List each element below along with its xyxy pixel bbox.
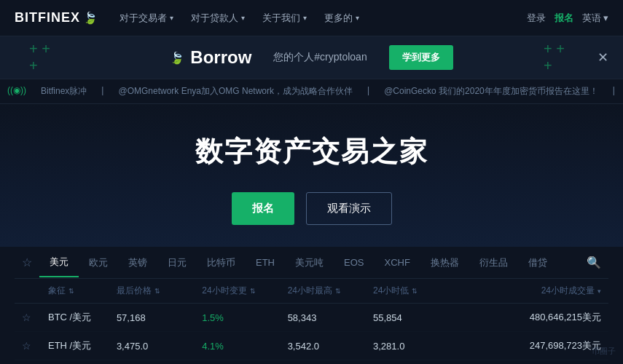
tab-gbp[interactable]: 英镑 [118,249,157,277]
register-link[interactable]: 报名 [555,12,573,25]
nav-item-traders-label: 对于交易者 [119,12,167,25]
login-link[interactable]: 登录 [527,12,546,25]
row-change-eth: 4.1% [202,341,287,352]
table-row: ☆ ETH /美元 3,475.0 4.1% 3,542.0 3,281.0 2… [15,332,608,360]
nav-item-more-label: 更多的 [324,12,353,25]
hero-section: 数字资产交易之家 报名 观看演示 [0,104,623,247]
sort-icon-active: ▾ [597,288,601,295]
language-selector[interactable]: 英语 ▾ [582,12,608,25]
sort-icon: ⇅ [335,288,341,295]
row-volume-eth: 247,698,723美元 [458,339,601,352]
row-price-eth: 3,475.0 [117,341,202,352]
decoration-plus-right: + ++ [544,41,565,74]
signup-button[interactable]: 报名 [232,192,294,225]
logo[interactable]: BITFINEX 🍃 [15,10,98,25]
nav-item-about-label: 关于我们 [262,12,300,25]
borrow-icon: 🍃 [170,51,184,65]
demo-button[interactable]: 观看演示 [306,192,392,225]
ticker-item: @CoinGecko 我们的2020年年度加密货币报告在这里！ [384,85,598,98]
close-icon[interactable]: ✕ [597,50,608,66]
header-high[interactable]: 24小时最高 ⇅ [288,285,373,297]
tab-xchf[interactable]: XCHF [374,250,420,275]
ticker-separator: | [101,85,103,98]
top-navigation: BITFINEX 🍃 对于交易者 ▾ 对于贷款人 ▾ 关于我们 ▾ 更多的 ▾ … [0,0,623,36]
tab-usd[interactable]: 美元 [39,248,79,277]
row-favorite-btc[interactable]: ☆ [22,312,48,323]
row-high-btc: 58,343 [288,312,373,323]
banner-tagline: 您的个人#cryptoloan [273,51,367,64]
header-volume-label: 24小时成交量 [541,285,595,297]
hero-title: 数字资产交易之家 [15,133,608,170]
logo-icon: 🍃 [83,11,98,25]
nav-right: 登录 报名 英语 ▾ [527,12,608,25]
decoration-plus-left: + ++ [29,41,50,74]
ticker-item: @OMGnetwork Enya加入OMG Network，成为战略合作伙伴 [118,85,353,98]
star-icon: ☆ [22,312,31,323]
nav-item-more[interactable]: 更多的 ▾ [317,7,367,29]
ticker-inner: ((◉)) Bitfinex脉冲 | @OMGnetwork Enya加入OMG… [7,85,616,98]
row-price-btc: 57,168 [117,312,202,323]
sort-icon: ⇅ [68,288,74,295]
ticker-pulse: ((◉)) [7,85,26,98]
row-change-btc: 1.5% [202,312,287,323]
promo-banner: + ++ 🍃 Borrow 您的个人#cryptoloan 学到更多 + ++ … [0,36,623,79]
row-symbol-btc[interactable]: BTC /美元 [48,311,117,324]
tab-usdt[interactable]: 美元吨 [285,249,334,277]
header-price[interactable]: 最后价格 ⇅ [117,285,202,297]
news-ticker: ((◉)) Bitfinex脉冲 | @OMGnetwork Enya加入OMG… [0,79,623,104]
header-price-label: 最后价格 [117,285,152,297]
watermark: 币圈子 [592,346,616,357]
sort-icon: ⇅ [154,288,160,295]
chevron-down-icon: ▾ [241,14,245,22]
tab-eth[interactable]: ETH [246,250,285,275]
ticker-separator: | [613,85,615,98]
header-symbol-label: 象征 [48,285,66,297]
banner-brand: 🍃 Borrow [170,47,251,68]
table-row: ☆ BTC /美元 57,168 1.5% 58,343 55,854 480,… [15,304,608,332]
header-low-label: 24小时低 [373,285,409,297]
tab-lending[interactable]: 借贷 [518,249,557,277]
ticker-item: Bitfinex脉冲 [41,85,87,98]
chevron-down-icon: ▾ [356,14,359,22]
banner-cta-button[interactable]: 学到更多 [389,45,453,70]
row-low-btc: 55,854 [373,312,458,323]
row-volume-btc: 480,646,215美元 [458,311,601,324]
favorites-tab[interactable]: ☆ [15,247,39,278]
nav-items: 对于交易者 ▾ 对于贷款人 ▾ 关于我们 ▾ 更多的 ▾ [112,7,527,29]
header-symbol[interactable]: 象征 ⇅ [48,285,117,297]
row-favorite-eth[interactable]: ☆ [22,340,48,352]
header-change[interactable]: 24小时变更 ⇅ [202,285,287,297]
table-header: 象征 ⇅ 最后价格 ⇅ 24小时变更 ⇅ 24小时最高 ⇅ 24小时低 ⇅ 24… [15,279,608,304]
tab-jpy[interactable]: 日元 [157,249,197,277]
market-section: ☆ 美元 欧元 英镑 日元 比特币 ETH 美元吨 EOS XCHF 换热器 衍… [0,247,623,360]
nav-item-lenders[interactable]: 对于贷款人 ▾ [184,7,252,29]
tab-eos[interactable]: EOS [334,250,374,275]
header-low[interactable]: 24小时低 ⇅ [373,285,458,297]
banner-brand-text: Borrow [190,47,251,68]
header-high-label: 24小时最高 [288,285,332,297]
search-icon[interactable]: 🔍 [579,248,608,277]
tab-eur[interactable]: 欧元 [79,249,118,277]
logo-text: BITFINEX [15,10,80,25]
language-label: 英语 [582,12,601,25]
header-volume[interactable]: 24小时成交量 ▾ [458,285,601,297]
nav-item-about[interactable]: 关于我们 ▾ [255,7,314,29]
row-high-eth: 3,542.0 [288,341,373,352]
star-icon: ☆ [22,340,31,352]
tab-derivatives[interactable]: 衍生品 [469,249,518,277]
market-tabs: ☆ 美元 欧元 英镑 日元 比特币 ETH 美元吨 EOS XCHF 换热器 衍… [15,247,608,279]
header-change-label: 24小时变更 [202,285,246,297]
tab-exchange[interactable]: 换热器 [420,249,469,277]
chevron-down-icon: ▾ [603,12,608,23]
chevron-down-icon: ▾ [303,14,307,22]
row-symbol-eth[interactable]: ETH /美元 [48,339,117,352]
row-low-eth: 3,281.0 [373,341,458,352]
tab-btc[interactable]: 比特币 [197,249,246,277]
nav-item-lenders-label: 对于贷款人 [191,12,238,25]
sort-icon: ⇅ [250,288,256,295]
hero-buttons: 报名 观看演示 [15,192,608,225]
ticker-separator: | [367,85,369,98]
sort-icon: ⇅ [412,288,418,295]
nav-item-traders[interactable]: 对于交易者 ▾ [112,7,181,29]
chevron-down-icon: ▾ [170,14,173,22]
